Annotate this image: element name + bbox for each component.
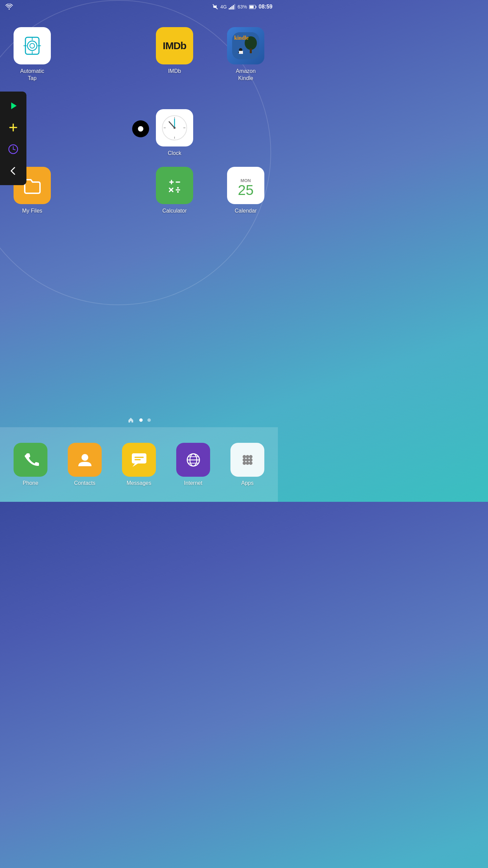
phone-label: Phone xyxy=(23,480,38,486)
svg-rect-3 xyxy=(230,7,231,9)
svg-point-57 xyxy=(249,458,252,461)
svg-point-19 xyxy=(30,43,35,48)
svg-rect-9 xyxy=(256,6,257,8)
toolbar-play-button[interactable] xyxy=(3,96,23,116)
battery-icon xyxy=(249,5,257,9)
myfiles-label: My Files xyxy=(22,208,42,215)
calculator-label: Calculator xyxy=(162,208,187,215)
calendar-date: 25 xyxy=(238,183,254,197)
svg-point-56 xyxy=(246,458,249,461)
app-calculator[interactable]: Calculator xyxy=(152,167,197,215)
svg-text:kindle: kindle xyxy=(234,35,249,41)
contacts-label: Contacts xyxy=(74,480,95,486)
signal-icon xyxy=(229,4,236,9)
internet-label: Internet xyxy=(184,480,202,486)
dock-internet[interactable]: Internet xyxy=(176,443,210,486)
svg-point-59 xyxy=(246,461,249,465)
app-row-3: My Files xyxy=(10,167,268,215)
svg-rect-4 xyxy=(231,6,232,9)
svg-rect-43 xyxy=(132,453,146,463)
svg-rect-24 xyxy=(239,51,243,54)
svg-point-55 xyxy=(243,458,246,461)
app-row-1: Automatic Tap IMDb IMDb xyxy=(10,27,268,82)
time-display: 08:59 xyxy=(259,4,272,10)
svg-point-58 xyxy=(243,461,246,465)
app-kindle[interactable]: kindle Amazon Kindle xyxy=(224,27,268,82)
calculator-icon xyxy=(156,167,193,204)
svg-point-60 xyxy=(249,461,252,465)
svg-rect-8 xyxy=(250,5,254,8)
svg-point-53 xyxy=(246,455,249,458)
dock-apps[interactable]: Apps xyxy=(230,443,264,486)
toolbar-add-button[interactable] xyxy=(3,117,23,138)
clock-icon xyxy=(156,109,193,146)
messages-label: Messages xyxy=(127,480,151,486)
app-imdb[interactable]: IMDb IMDb xyxy=(152,27,197,82)
svg-point-40 xyxy=(177,187,179,189)
svg-rect-5 xyxy=(233,5,234,9)
contacts-icon xyxy=(68,443,102,477)
imdb-icon: IMDb xyxy=(156,27,193,64)
dock: Phone Contacts Messages xyxy=(0,427,278,502)
toolbar-clock-button[interactable] xyxy=(3,139,23,159)
side-toolbar[interactable] xyxy=(0,92,26,185)
svg-marker-10 xyxy=(11,102,17,109)
wifi-icon xyxy=(5,4,13,10)
internet-icon xyxy=(176,443,210,477)
svg-marker-44 xyxy=(133,463,138,467)
page-indicators xyxy=(0,416,278,424)
app-auto-tap[interactable]: Automatic Tap xyxy=(10,27,54,82)
status-left xyxy=(5,4,13,10)
svg-point-52 xyxy=(243,455,246,458)
dock-phone[interactable]: Phone xyxy=(14,443,47,486)
auto-tap-icon xyxy=(14,27,51,64)
svg-point-18 xyxy=(27,41,37,51)
apps-label: Apps xyxy=(241,480,253,486)
app-clock[interactable]: Clock xyxy=(152,109,197,157)
svg-point-42 xyxy=(81,454,88,461)
page-dot-2[interactable] xyxy=(147,418,151,422)
network-type: 4G xyxy=(220,4,227,9)
svg-rect-2 xyxy=(229,8,230,9)
svg-rect-22 xyxy=(250,48,252,53)
floating-dot[interactable] xyxy=(132,120,149,137)
svg-point-54 xyxy=(249,455,252,458)
phone-icon xyxy=(14,443,47,477)
toolbar-back-button[interactable] xyxy=(3,161,23,181)
kindle-label: Amazon Kindle xyxy=(236,68,256,82)
auto-tap-label: Automatic Tap xyxy=(20,68,44,82)
svg-rect-6 xyxy=(234,4,235,9)
calendar-label: Calendar xyxy=(235,208,257,215)
status-right: 4G 63% 08:59 xyxy=(212,4,272,10)
clock-label: Clock xyxy=(168,150,181,157)
imdb-label: IMDb xyxy=(168,68,181,75)
floating-dot-inner xyxy=(138,126,143,132)
svg-point-33 xyxy=(174,127,176,129)
app-calendar[interactable]: MON 25 Calendar xyxy=(224,167,268,215)
calendar-icon: MON 25 xyxy=(227,167,264,204)
svg-line-16 xyxy=(13,149,15,150)
svg-point-41 xyxy=(177,191,179,193)
page-home-indicator[interactable] xyxy=(127,416,135,424)
svg-rect-46 xyxy=(135,459,141,460)
dock-messages[interactable]: Messages xyxy=(122,443,156,486)
apps-icon xyxy=(230,443,264,477)
mute-icon xyxy=(212,4,218,10)
battery-percent: 63% xyxy=(238,4,247,9)
status-bar: 4G 63% 08:59 xyxy=(0,0,278,14)
kindle-icon: kindle xyxy=(227,27,264,64)
messages-icon xyxy=(122,443,156,477)
dock-contacts[interactable]: Contacts xyxy=(68,443,102,486)
svg-point-0 xyxy=(9,9,10,10)
page-dot-active[interactable] xyxy=(139,418,143,422)
svg-rect-45 xyxy=(135,457,144,458)
